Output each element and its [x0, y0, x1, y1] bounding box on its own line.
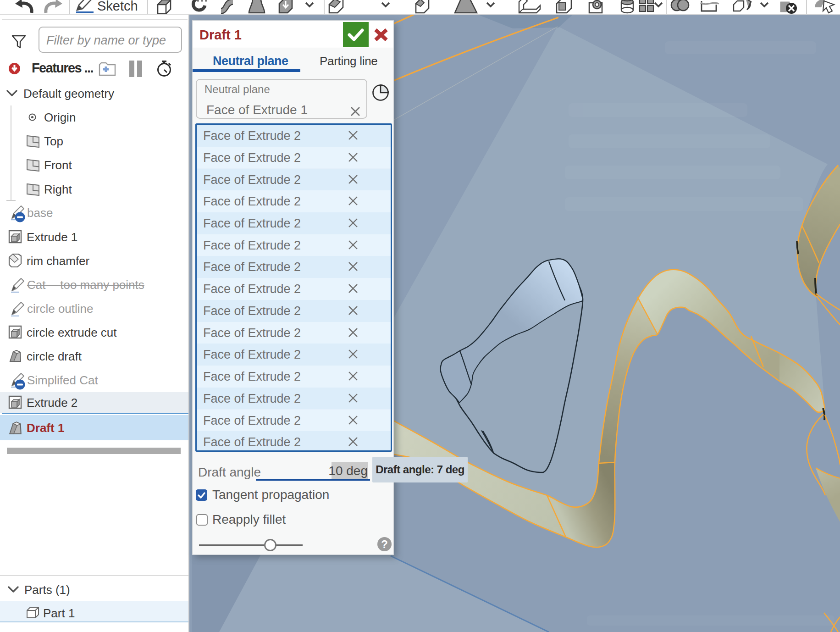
svg-text:Sketch: Sketch	[97, 0, 138, 13]
